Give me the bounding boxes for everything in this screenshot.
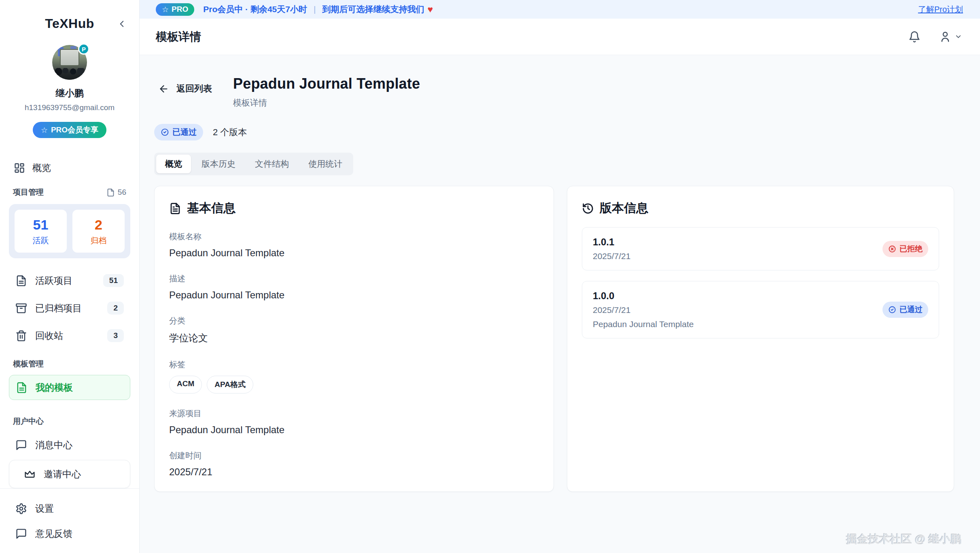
project-count-value: 56 <box>118 188 126 197</box>
sidebar-item-active-projects[interactable]: 活跃项目 51 <box>9 268 130 293</box>
active-count: 51 <box>15 217 67 233</box>
watermark: 掘金技术社区 @ 继小鹏 <box>846 532 961 547</box>
basic-info-title: 基本信息 <box>187 200 235 217</box>
bell-icon <box>908 31 921 43</box>
feedback-icon <box>15 528 27 540</box>
tab-overview[interactable]: 概览 <box>156 155 191 173</box>
project-section-label: 项目管理 <box>13 187 44 198</box>
gear-icon <box>15 503 27 515</box>
version-row-1-0-0[interactable]: 1.0.0 2025/7/21 Pepadun Journal Template… <box>582 281 939 338</box>
document-icon <box>169 202 181 215</box>
pro-banner: ☆ PRO Pro会员中 · 剩余45天7小时 | 到期后可选择继续支持我们 ♥… <box>140 0 980 19</box>
sidebar-item-settings[interactable]: 设置 <box>9 496 130 521</box>
sidebar-collapse-button[interactable] <box>117 19 127 29</box>
main-area: ☆ PRO Pro会员中 · 剩余45天7小时 | 到期后可选择继续支持我们 ♥… <box>140 0 980 553</box>
status-badge-approved: 已通过 <box>882 302 928 318</box>
heart-icon: ♥ <box>427 4 433 15</box>
tab-version-history[interactable]: 版本历史 <box>193 155 244 173</box>
archived-count: 2 <box>72 217 125 233</box>
version-count: 2 个版本 <box>213 126 247 138</box>
user-section-label: 用户中心 <box>13 416 44 427</box>
sidebar-item-archived-projects[interactable]: 已归档项目 2 <box>9 296 130 321</box>
chevron-down-icon <box>955 33 962 40</box>
feedback-label: 意见反馈 <box>35 527 72 540</box>
version-info-card: 版本信息 1.0.1 2025/7/21 已拒绝 1.0.0 202 <box>567 186 954 492</box>
sidebar-item-my-templates[interactable]: 我的模板 <box>9 375 130 400</box>
x-circle-icon <box>888 245 896 253</box>
topbar: 模板详情 <box>140 19 980 55</box>
project-section-header: 项目管理 56 <box>9 187 130 198</box>
field-description: 描述 Pepadun Journal Template <box>169 273 539 301</box>
tag-apa: APA格式 <box>207 376 253 393</box>
status-badge-approved: 已通过 <box>154 124 203 140</box>
sidebar-item-message-center[interactable]: 消息中心 <box>9 432 130 457</box>
file-icon <box>106 188 115 197</box>
field-label: 创建时间 <box>169 450 539 461</box>
stat-archived-projects[interactable]: 2 归档 <box>72 210 125 253</box>
user-menu-button[interactable] <box>939 31 962 43</box>
tab-usage-stats[interactable]: 使用统计 <box>299 155 351 173</box>
field-tags: 标签 ACM APA格式 <box>169 359 539 393</box>
logo-row: TeXHub <box>9 16 130 31</box>
banner-separator: | <box>314 4 316 14</box>
field-label: 描述 <box>169 273 539 284</box>
field-category: 分类 学位论文 <box>169 315 539 345</box>
pro-member-label: PRO会员专享 <box>51 125 98 135</box>
back-to-list-button[interactable]: 返回列表 <box>154 80 216 97</box>
archived-projects-badge: 2 <box>107 302 124 315</box>
user-email: h1319639755@gmail.com <box>9 103 130 112</box>
tab-file-structure[interactable]: 文件结构 <box>246 155 298 173</box>
field-label: 模板名称 <box>169 231 539 242</box>
chevron-left-icon <box>117 19 127 29</box>
template-subtitle: 模板详情 <box>233 97 420 108</box>
version-info-title: 版本信息 <box>600 200 648 217</box>
version-row-1-0-1[interactable]: 1.0.1 2025/7/21 已拒绝 <box>582 227 939 270</box>
star-icon: ☆ <box>41 125 48 135</box>
pro-member-badge[interactable]: ☆ PRO会员专享 <box>33 122 106 138</box>
field-value: Pepadun Journal Template <box>169 247 539 259</box>
notifications-button[interactable] <box>908 31 921 43</box>
version-date: 2025/7/21 <box>593 305 694 315</box>
field-label: 分类 <box>169 315 539 326</box>
star-icon: ☆ <box>162 5 169 14</box>
template-section-label: 模板管理 <box>13 359 44 369</box>
approved-label: 已通过 <box>899 304 923 315</box>
divider <box>0 488 139 489</box>
user-name: 继小鹏 <box>9 87 130 100</box>
field-template-name: 模板名称 Pepadun Journal Template <box>169 231 539 259</box>
archived-projects-label: 已归档项目 <box>35 302 82 315</box>
version-number: 1.0.1 <box>593 236 630 248</box>
archive-icon <box>15 302 27 314</box>
overview-label: 概览 <box>32 162 51 174</box>
page-title: 模板详情 <box>156 29 201 45</box>
sidebar-item-feedback[interactable]: 意见反馈 <box>9 521 130 546</box>
banner-note-text: 到期后可选择继续支持我们 <box>322 4 424 15</box>
sidebar-item-invite-center[interactable]: 邀请中心 <box>9 460 130 488</box>
active-projects-label: 活跃项目 <box>35 274 72 287</box>
template-section-header: 模板管理 <box>9 359 130 369</box>
user-section-header: 用户中心 <box>9 416 130 427</box>
learn-pro-link[interactable]: 了解Pro计划 <box>918 4 963 15</box>
app-logo: TeXHub <box>45 16 94 31</box>
trash-icon <box>15 330 27 342</box>
sidebar-item-overview[interactable]: 概览 <box>9 157 130 179</box>
sidebar-bottom: 设置 意见反馈 <box>9 488 130 546</box>
active-projects-badge: 51 <box>103 274 124 287</box>
sidebar-item-trash[interactable]: 回收站 3 <box>9 323 130 348</box>
project-total-count: 56 <box>106 188 126 197</box>
message-icon <box>15 439 27 451</box>
file-text-icon <box>15 275 27 287</box>
arrow-left-icon <box>158 83 169 94</box>
field-value: Pepadun Journal Template <box>169 289 539 301</box>
message-center-label: 消息中心 <box>35 439 72 451</box>
version-number: 1.0.0 <box>593 290 694 302</box>
trash-badge: 3 <box>107 329 124 342</box>
stat-active-projects[interactable]: 51 活跃 <box>15 210 67 253</box>
template-file-icon <box>16 382 28 393</box>
back-label: 返回列表 <box>176 83 212 95</box>
field-value: 2025/7/21 <box>169 466 539 478</box>
user-icon <box>939 31 951 43</box>
banner-pro-label: PRO <box>172 5 188 14</box>
user-avatar[interactable]: P <box>52 45 87 80</box>
banner-pro-badge: ☆ PRO <box>156 3 194 16</box>
